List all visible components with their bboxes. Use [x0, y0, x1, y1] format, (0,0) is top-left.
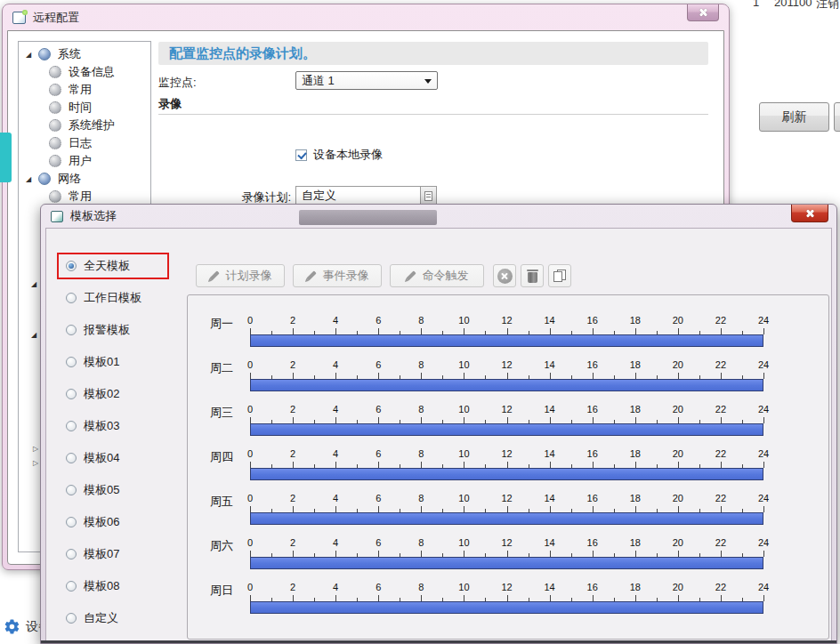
radio-button[interactable]: [66, 357, 77, 367]
hour-ruler[interactable]: 024681012141618202224: [250, 582, 763, 617]
checkbox-icon[interactable]: [295, 149, 307, 161]
schedule-track[interactable]: [250, 379, 763, 393]
schedule-track[interactable]: [250, 557, 763, 571]
refresh-button[interactable]: 刷新: [759, 102, 829, 132]
hour-label: 10: [458, 493, 469, 503]
radio-button[interactable]: [66, 389, 77, 399]
template-label: 工作日模板: [84, 290, 141, 306]
hour-label: 12: [501, 493, 512, 503]
partial-edge-button[interactable]: [834, 102, 840, 132]
tree-item-label: 系统: [58, 46, 81, 62]
plan-record-button[interactable]: 计划录像: [196, 264, 285, 287]
clear-button[interactable]: [493, 264, 516, 287]
hour-label: 18: [630, 359, 641, 370]
tick-mark: [250, 595, 251, 601]
expand-arrow-icon[interactable]: ◢: [31, 280, 36, 288]
template-dialog-titlebar[interactable]: 模板选择: [41, 205, 836, 228]
tree-item-device-info[interactable]: 设备信息: [19, 63, 150, 81]
template-option-5[interactable]: 模板03: [57, 410, 186, 442]
logout-link[interactable]: 注销: [816, 0, 839, 12]
radio-button[interactable]: [66, 613, 77, 624]
hour-label: 24: [758, 493, 769, 503]
copy-button[interactable]: [548, 264, 571, 287]
close-button[interactable]: [687, 4, 719, 21]
template-option-3[interactable]: 模板01: [57, 346, 186, 378]
radio-button[interactable]: [66, 517, 77, 527]
tree-item-label: 设备信息: [69, 64, 115, 80]
tick-mark: [335, 373, 336, 379]
event-record-button[interactable]: 事件录像: [293, 264, 382, 287]
radio-button[interactable]: [66, 581, 77, 592]
schedule-track[interactable]: [250, 601, 763, 616]
command-trigger-button[interactable]: 命令触发: [390, 264, 484, 287]
hour-ruler[interactable]: 024681012141618202224: [250, 315, 763, 350]
tick-mark: [378, 506, 379, 512]
collapse-arrow-icon[interactable]: ▷: [33, 445, 38, 453]
schedule-bar[interactable]: [250, 334, 763, 347]
gear-icon: [49, 119, 61, 132]
tree-item-user[interactable]: 用户: [19, 152, 150, 170]
tree-item-system[interactable]: ◢系统: [19, 45, 150, 63]
tree-item-time[interactable]: 时间: [19, 99, 150, 117]
schedule-track[interactable]: [250, 512, 763, 527]
template-option-1[interactable]: 工作日模板: [57, 282, 186, 314]
template-option-10[interactable]: 模板08: [57, 570, 186, 602]
hour-label: 0: [247, 315, 253, 326]
radio-button[interactable]: [66, 549, 77, 559]
hour-ruler[interactable]: 024681012141618202224: [250, 537, 763, 573]
schedule-bar[interactable]: [250, 557, 763, 569]
template-option-2[interactable]: 报警模板: [57, 314, 186, 346]
collapse-arrow-icon[interactable]: ▷: [33, 459, 38, 467]
template-option-4[interactable]: 模板02: [57, 378, 186, 410]
schedule-bar[interactable]: [250, 512, 763, 525]
schedule-edit-button[interactable]: [421, 186, 437, 205]
hour-ruler[interactable]: 024681012141618202224: [250, 493, 763, 528]
tree-item-network[interactable]: ◢网络: [19, 170, 150, 188]
hour-ruler[interactable]: 024681012141618202224: [250, 448, 763, 484]
schedule-bar[interactable]: [250, 423, 763, 436]
template-option-7[interactable]: 模板05: [57, 474, 186, 506]
hour-label: 20: [673, 315, 683, 326]
expand-arrow-icon[interactable]: ◢: [26, 51, 31, 59]
remote-config-titlebar[interactable]: 远程配置: [3, 4, 729, 30]
expand-arrow-icon[interactable]: ◢: [31, 331, 36, 339]
schedule-track[interactable]: [250, 468, 763, 482]
radio-button[interactable]: [66, 453, 77, 463]
tick-mark: [507, 328, 508, 334]
hour-label: 0: [247, 404, 253, 415]
schedule-bar[interactable]: [250, 601, 763, 614]
tree-item-general[interactable]: 常用: [19, 81, 150, 99]
delete-button[interactable]: [521, 264, 544, 287]
hour-ruler[interactable]: 024681012141618202224: [250, 404, 763, 439]
hour-label: 16: [587, 315, 598, 326]
hour-label: 10: [458, 537, 469, 548]
radio-button[interactable]: [66, 293, 77, 303]
radio-button[interactable]: [66, 325, 77, 335]
schedule-track[interactable]: [250, 423, 763, 438]
template-option-0[interactable]: 全天模板: [57, 253, 169, 279]
command-trigger-label: 命令触发: [423, 268, 469, 284]
schedule-bar[interactable]: [250, 468, 763, 480]
template-option-6[interactable]: 模板04: [57, 442, 186, 474]
tree-item-log[interactable]: 日志: [19, 134, 150, 152]
hour-ruler[interactable]: 024681012141618202224: [250, 359, 763, 395]
schedule-bar[interactable]: [250, 379, 763, 391]
tick-mark: [378, 417, 379, 423]
tree-item-network-general[interactable]: 常用: [19, 188, 150, 205]
monitor-point-select[interactable]: 通道 1: [295, 71, 438, 90]
dialog-close-button[interactable]: [791, 205, 828, 222]
radio-button[interactable]: [66, 421, 77, 431]
tick-mark: [550, 373, 551, 379]
tree-item-label: 用户: [69, 153, 92, 169]
hour-label: 2: [290, 448, 295, 459]
template-option-11[interactable]: 自定义: [57, 602, 186, 634]
record-plan-field[interactable]: 自定义: [295, 186, 421, 205]
expand-arrow-icon[interactable]: ◢: [26, 175, 31, 183]
schedule-track[interactable]: [250, 334, 763, 349]
template-option-9[interactable]: 模板07: [57, 538, 186, 570]
radio-button[interactable]: [66, 261, 77, 271]
radio-button[interactable]: [66, 485, 77, 495]
tree-item-maintenance[interactable]: 系统维护: [19, 117, 150, 134]
local-record-option[interactable]: 设备本地录像: [295, 147, 383, 163]
template-option-8[interactable]: 模板06: [57, 506, 186, 538]
